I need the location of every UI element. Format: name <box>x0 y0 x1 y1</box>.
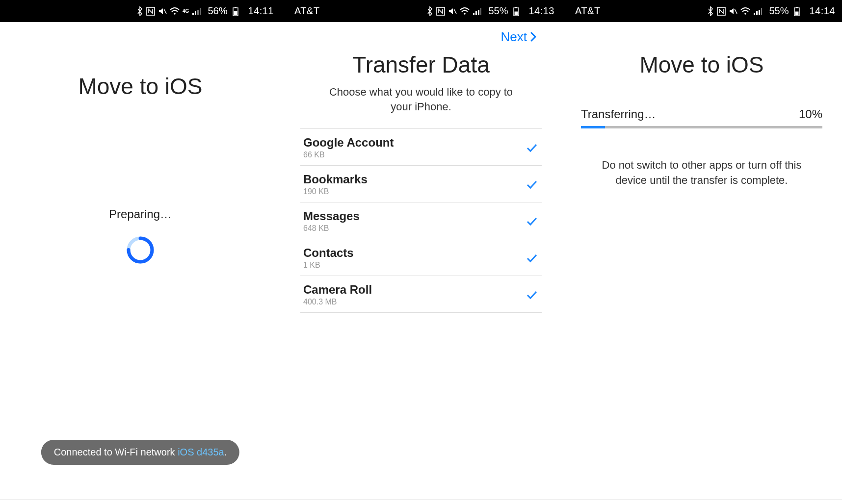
clock: 14:14 <box>809 5 835 17</box>
transfer-list: Google Account66 KBBookmarks190 KBMessag… <box>300 128 542 313</box>
wifi-icon <box>740 7 750 15</box>
status-bar: AT&T 55% 14:14 <box>561 0 842 22</box>
svg-rect-4 <box>235 7 237 8</box>
cell-signal-icon <box>753 7 762 15</box>
svg-rect-13 <box>515 11 518 15</box>
list-item-title: Messages <box>303 209 360 223</box>
clock: 14:13 <box>528 5 554 17</box>
svg-rect-5 <box>234 11 237 15</box>
status-bar: 4G 56% 14:11 <box>0 0 281 22</box>
transfer-label: Transferring… <box>581 107 656 121</box>
status-icons <box>426 6 481 16</box>
wifi-toast: Connected to Wi-Fi network iOS d435a. <box>41 440 239 465</box>
screen-transfer-data: AT&T 55% 14:13 Next Transfer Data Choose… <box>281 0 561 504</box>
list-item-size: 1 KB <box>303 261 354 270</box>
battery-percent: 55% <box>488 5 508 17</box>
lte-icon: 4G <box>183 8 189 14</box>
list-item-size: 66 KB <box>303 151 394 159</box>
toast-prefix: Connected to Wi-Fi network <box>54 447 178 457</box>
wifi-icon <box>170 7 180 15</box>
carrier-label: AT&T <box>575 5 601 17</box>
status-icons: 4G <box>136 6 201 16</box>
svg-rect-19 <box>795 11 799 15</box>
svg-rect-18 <box>796 7 798 8</box>
cell-signal-icon <box>192 7 201 15</box>
bluetooth-icon <box>136 6 143 16</box>
transfer-warning: Do not switch to other apps or turn off … <box>594 158 810 188</box>
list-item-size: 648 KB <box>303 224 360 233</box>
svg-line-15 <box>735 9 737 14</box>
list-item[interactable]: Camera Roll400.3 MB <box>300 276 542 313</box>
svg-line-9 <box>454 9 456 14</box>
list-item[interactable]: Messages648 KB <box>300 202 542 239</box>
bluetooth-icon <box>707 6 714 16</box>
list-item[interactable]: Google Account66 KB <box>300 128 542 165</box>
list-item-size: 400.3 MB <box>303 298 372 306</box>
check-icon <box>525 251 539 265</box>
screen-transferring: AT&T 55% 14:14 Move to iOS Transferring…… <box>561 0 842 504</box>
mute-icon <box>158 7 167 16</box>
page-title: Move to iOS <box>78 73 202 100</box>
check-icon <box>525 214 539 228</box>
divider <box>561 500 842 500</box>
wifi-icon <box>460 7 470 15</box>
page-title: Transfer Data <box>352 51 490 78</box>
mute-icon <box>448 7 457 16</box>
svg-point-2 <box>174 13 176 15</box>
toast-suffix: . <box>224 447 227 457</box>
battery-percent: 56% <box>208 5 227 17</box>
status-icons <box>707 6 762 16</box>
list-item-title: Google Account <box>303 136 394 150</box>
screen-preparing: 4G 56% 14:11 Move to iOS Preparing… Con <box>0 0 281 504</box>
list-item[interactable]: Bookmarks190 KB <box>300 165 542 202</box>
nfc-icon <box>146 7 155 16</box>
carrier-label: AT&T <box>294 5 320 17</box>
list-item-title: Camera Roll <box>303 283 372 297</box>
next-label: Next <box>501 29 527 45</box>
page-subtitle: Choose what you would like to copy to yo… <box>318 85 524 114</box>
battery-percent: 55% <box>769 5 789 17</box>
list-item-title: Contacts <box>303 246 354 260</box>
list-item-size: 190 KB <box>303 187 368 196</box>
chevron-right-icon <box>530 31 537 42</box>
preparing-label: Preparing… <box>109 207 172 221</box>
battery-icon <box>232 6 239 16</box>
nfc-icon <box>717 7 726 16</box>
toast-network: iOS d435a <box>178 447 224 457</box>
transfer-percent: 10% <box>799 107 822 121</box>
spinner-icon <box>126 236 155 264</box>
check-icon <box>525 288 539 302</box>
page-title: Move to iOS <box>639 51 763 78</box>
divider <box>281 500 561 500</box>
battery-icon <box>513 6 520 16</box>
svg-line-1 <box>164 9 166 14</box>
divider <box>0 500 281 500</box>
mute-icon <box>729 7 737 16</box>
cell-signal-icon <box>473 7 481 15</box>
status-bar: AT&T 55% 14:13 <box>281 0 561 22</box>
list-item-title: Bookmarks <box>303 173 368 186</box>
svg-rect-12 <box>515 7 517 8</box>
next-button[interactable]: Next <box>501 29 537 45</box>
progress-fill <box>581 126 605 128</box>
svg-point-16 <box>745 13 747 15</box>
progress-bar <box>581 126 822 128</box>
bluetooth-icon <box>426 6 433 16</box>
check-icon <box>525 141 539 154</box>
check-icon <box>525 177 539 191</box>
nfc-icon <box>436 7 445 16</box>
clock: 14:11 <box>248 5 274 17</box>
list-item[interactable]: Contacts1 KB <box>300 239 542 276</box>
svg-point-10 <box>464 13 466 15</box>
battery-icon <box>793 6 800 16</box>
